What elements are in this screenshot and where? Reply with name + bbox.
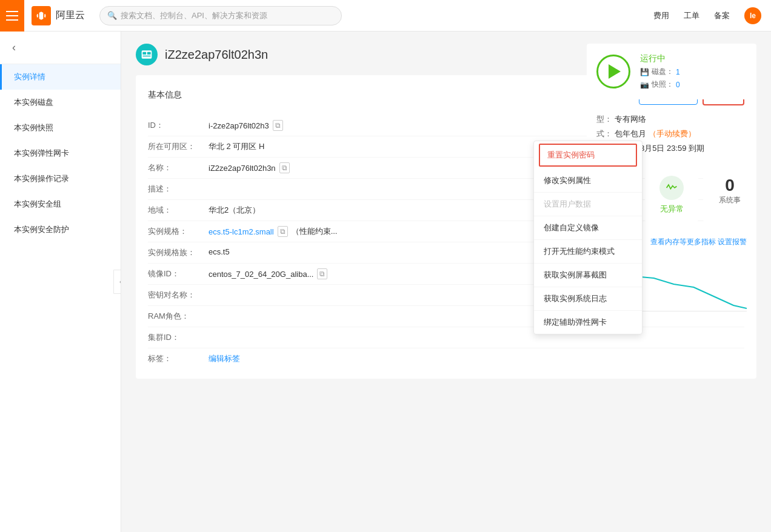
instance-icon — [136, 44, 158, 65]
normal-metric-icon — [659, 176, 684, 200]
status-label: 运行中 — [640, 53, 747, 64]
page-title: iZ2ze2ap76lt02h3n — [165, 48, 268, 62]
snapshot-count[interactable]: 0 — [676, 81, 680, 89]
tag-value: 编辑标签 — [209, 353, 744, 364]
nav-fees[interactable]: 费用 — [653, 10, 669, 21]
image-label: 镜像ID： — [148, 268, 209, 279]
billing-type: 包年包月 — [615, 128, 646, 139]
dropdown-item-modify-attr[interactable]: 修改实例属性 — [534, 169, 642, 193]
hamburger-menu[interactable] — [0, 0, 24, 32]
spec-label: 实例规格： — [148, 226, 209, 237]
copy-spec-icon[interactable]: ⧉ — [278, 226, 288, 237]
copy-image-icon[interactable]: ⧉ — [317, 268, 327, 279]
aliyun-icon — [35, 10, 47, 22]
dropdown-item-no-perf-limit[interactable]: 打开无性能约束模式 — [534, 240, 642, 264]
sidebar-item-security-group[interactable]: 本实例安全组 — [0, 191, 121, 217]
metric-card-normal: 无异常 — [645, 168, 698, 222]
svg-rect-2 — [142, 52, 146, 55]
disk-icon: 💾 — [640, 68, 649, 76]
edit-tag-link[interactable]: 编辑标签 — [209, 353, 240, 364]
logo: 阿里云 — [32, 6, 85, 25]
sysevent-label: 系统事 — [719, 195, 741, 205]
nav-right: 费用 工单 备案 Ie — [653, 7, 761, 24]
status-card: 运行中 💾 磁盘： 1 📷 快照： 0 — [587, 44, 756, 99]
svg-rect-3 — [147, 52, 151, 55]
dropdown-item-syslog[interactable]: 获取实例系统日志 — [534, 287, 642, 311]
dropdown-item-bind-eni[interactable]: 绑定辅助弹性网卡 — [534, 311, 642, 334]
dropdown-item-user-data[interactable]: 设置用户数据 — [534, 193, 642, 216]
search-icon: 🔍 — [107, 11, 117, 20]
section-title: 基本信息 — [148, 90, 634, 101]
sidebar-back-btn[interactable]: ‹ — [0, 32, 121, 64]
spec-family-label: 实例规格族： — [148, 247, 209, 258]
metric-card-sysevents: 0 系统事 — [703, 168, 756, 222]
desc-label: 描述： — [148, 184, 209, 195]
ram-label: RAM角色： — [148, 311, 209, 322]
normal-metric-label: 无异常 — [660, 204, 684, 214]
spec-link[interactable]: ecs.t5-lc1m2.small — [209, 227, 274, 236]
monitor-link-more[interactable]: 查看内存等更多指标 设置报警 — [650, 237, 747, 247]
nav-ticket[interactable]: 工单 — [684, 10, 699, 21]
info-row-cluster: 集群ID： — [148, 327, 744, 348]
id-label: ID： — [148, 120, 209, 131]
sysevent-count: 0 — [725, 176, 735, 195]
dropdown-item-create-image[interactable]: 创建自定义镜像 — [534, 216, 642, 240]
sidebar-collapse-btn[interactable]: ‹ — [113, 270, 121, 294]
name-label: 名称： — [148, 162, 209, 173]
back-arrow-icon: ‹ — [12, 41, 16, 54]
network-type-label: 型： — [596, 114, 612, 125]
nav-beian[interactable]: 备案 — [714, 10, 730, 21]
snapshot-meta: 📷 快照： 0 — [640, 79, 747, 90]
billing-extra[interactable]: （手动续费） — [649, 128, 696, 139]
billing-label: 式： — [596, 128, 612, 139]
search-placeholder: 搜索文档、控制台、API、解决方案和资源 — [121, 10, 267, 21]
svg-rect-4 — [142, 56, 150, 57]
running-status-icon — [596, 55, 630, 88]
sidebar-item-instance-detail[interactable]: 实例详情 — [0, 64, 121, 90]
network-type-value: 专有网络 — [615, 114, 646, 125]
dropdown-item-screenshot[interactable]: 获取实例屏幕截图 — [534, 264, 642, 287]
billing-row: 式： 包年包月 （手动续费） — [596, 128, 747, 139]
status-info: 运行中 💾 磁盘： 1 📷 快照： 0 — [640, 53, 747, 90]
sidebar-item-snapshot[interactable]: 本实例快照 — [0, 115, 121, 141]
network-type-row: 型： 专有网络 — [596, 114, 747, 125]
main-content: iZ2ze2ap76lt02h3n 基本信息 远程连接 ▾ 更多▾ ID： i-… — [121, 32, 771, 532]
svg-rect-0 — [40, 14, 43, 17]
info-row-tag: 标签： 编辑标签 — [148, 348, 744, 369]
sidebar-item-eni[interactable]: 本实例弹性网卡 — [0, 141, 121, 166]
tag-label: 标签： — [148, 353, 209, 364]
zone-label: 所在可用区： — [148, 141, 209, 152]
copy-id-icon[interactable]: ⧉ — [273, 120, 283, 131]
search-bar[interactable]: 🔍 搜索文档、控制台、API、解决方案和资源 — [99, 6, 342, 25]
keypair-label: 密钥对名称： — [148, 290, 209, 301]
main-layout: ‹ 实例详情 本实例磁盘 本实例快照 本实例弹性网卡 本实例操作记录 本实例安全… — [0, 32, 771, 532]
play-icon — [609, 64, 621, 79]
disk-meta: 💾 磁盘： 1 — [640, 67, 747, 77]
avatar[interactable]: Ie — [744, 7, 761, 24]
dropdown-item-reset-password[interactable]: 重置实例密码 — [539, 144, 637, 167]
cluster-label: 集群ID： — [148, 332, 209, 343]
snapshot-icon: 📷 — [640, 81, 649, 89]
disk-count[interactable]: 1 — [676, 68, 680, 76]
dropdown-menu: 重置实例密码 修改实例属性 设置用户数据 创建自定义镜像 打开无性能约束模式 获… — [533, 141, 642, 334]
logo-icon — [32, 6, 51, 25]
sidebar: ‹ 实例详情 本实例磁盘 本实例快照 本实例弹性网卡 本实例操作记录 本实例安全… — [0, 32, 121, 532]
copy-name-icon[interactable]: ⧉ — [279, 162, 290, 173]
sidebar-item-disk[interactable]: 本实例磁盘 — [0, 90, 121, 115]
top-nav: 阿里云 🔍 搜索文档、控制台、API、解决方案和资源 费用 工单 备案 Ie — [0, 0, 771, 32]
status-meta: 💾 磁盘： 1 📷 快照： 0 — [640, 67, 747, 90]
logo-text: 阿里云 — [56, 9, 85, 22]
region-label: 地域： — [148, 205, 209, 216]
sidebar-item-operation-log[interactable]: 本实例操作记录 — [0, 166, 121, 191]
sidebar-item-security-protection[interactable]: 本实例安全防护 — [0, 217, 121, 242]
